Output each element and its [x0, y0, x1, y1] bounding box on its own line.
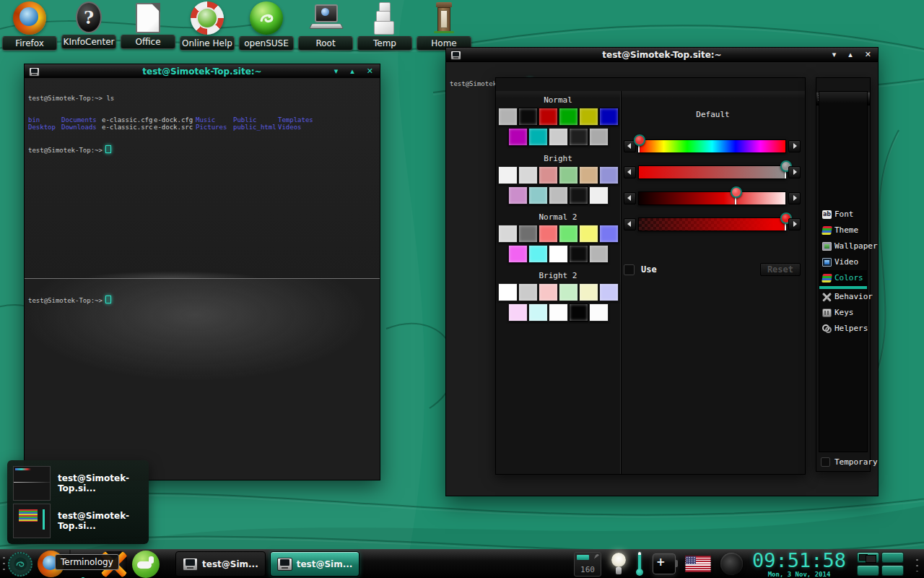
shade-down-button[interactable]: ▾ — [334, 64, 339, 79]
color-swatch[interactable] — [508, 245, 528, 263]
color-swatch[interactable] — [569, 186, 588, 204]
launcher-root[interactable]: Root — [297, 1, 354, 51]
launcher-firefox[interactable]: Firefox — [1, 1, 58, 51]
color-swatch[interactable] — [539, 108, 558, 126]
launcher-home[interactable]: Home — [416, 1, 472, 51]
mixer-knob[interactable] — [720, 553, 743, 575]
color-swatch[interactable] — [559, 108, 578, 126]
color-swatch[interactable] — [549, 186, 568, 204]
color-swatch[interactable] — [599, 166, 619, 184]
color-swatch[interactable] — [518, 108, 538, 126]
cpufreq-meter[interactable]: 160 — [574, 552, 601, 577]
slider-left-arrow[interactable] — [624, 166, 636, 178]
color-swatch[interactable] — [518, 166, 538, 184]
color-swatch[interactable] — [508, 303, 528, 322]
xterm-taskbar-icon[interactable] — [101, 551, 127, 577]
shelf-handle[interactable] — [2, 555, 6, 574]
color-swatch[interactable] — [589, 186, 609, 204]
firefox-taskbar-icon[interactable] — [38, 551, 64, 577]
pager-desk-2[interactable] — [881, 552, 904, 563]
launcher-kinfocenter[interactable]: ?KInfoCenter — [61, 1, 117, 49]
hue-slider-track[interactable] — [638, 139, 786, 153]
color-swatch[interactable] — [599, 283, 619, 301]
launcher-online-help[interactable]: Online Help — [179, 1, 235, 51]
color-swatch[interactable] — [539, 225, 558, 243]
color-swatch[interactable] — [589, 245, 609, 263]
terminal-pane-bottom[interactable]: test@Simotek-Top:~> — [25, 278, 380, 480]
color-swatch[interactable] — [508, 128, 528, 146]
slider-right-arrow[interactable] — [788, 140, 801, 152]
color-swatch[interactable] — [559, 225, 578, 243]
color-swatch[interactable] — [579, 225, 598, 243]
pager-desk-3[interactable] — [857, 565, 879, 576]
color-swatch[interactable] — [599, 108, 619, 126]
settings-window-titlebar[interactable]: test@Simotek-Top.site:~ ▾ ▴ ✕ — [446, 48, 878, 63]
options-item-video[interactable]: Video — [819, 254, 867, 270]
color-swatch[interactable] — [508, 186, 528, 204]
color-swatch[interactable] — [528, 186, 548, 204]
start-menu-button[interactable] — [8, 552, 32, 577]
options-item-wallpaper[interactable]: Wallpaper — [819, 238, 867, 254]
color-swatch[interactable] — [559, 166, 578, 184]
color-swatch[interactable] — [589, 303, 609, 322]
terminology-taskbar-icon[interactable] — [69, 551, 96, 577]
color-swatch[interactable] — [498, 283, 518, 301]
color-swatch[interactable] — [528, 245, 548, 263]
lightness-slider-track[interactable] — [638, 191, 786, 205]
color-swatch[interactable] — [539, 283, 558, 301]
options-item-colors[interactable]: Colors — [819, 270, 867, 289]
close-button[interactable]: ✕ — [367, 64, 373, 79]
color-swatch[interactable] — [549, 245, 568, 263]
taskbar-window-button[interactable]: test@Sim... — [175, 551, 266, 577]
slider-right-arrow[interactable] — [788, 192, 801, 204]
saturation-slider-track[interactable] — [638, 165, 786, 179]
slider-right-arrow[interactable] — [788, 166, 801, 178]
color-swatch[interactable] — [549, 128, 568, 146]
color-swatch[interactable] — [498, 166, 518, 184]
shade-down-button[interactable]: ▾ — [832, 48, 837, 62]
clock[interactable]: 09:51:58 Mon, 3 Nov, 2014 — [752, 551, 846, 578]
shelf-handle[interactable] — [915, 557, 919, 571]
slider-right-arrow[interactable] — [788, 218, 801, 230]
color-swatch[interactable] — [579, 166, 598, 184]
close-button[interactable]: ✕ — [865, 48, 871, 62]
color-swatch[interactable] — [579, 108, 598, 126]
slider-left-arrow[interactable] — [624, 192, 636, 204]
launcher-office[interactable]: Office — [120, 1, 176, 49]
launcher-opensuse[interactable]: openSUSE — [238, 1, 295, 51]
color-swatch[interactable] — [569, 245, 588, 263]
temperature-icon[interactable] — [636, 552, 643, 576]
settings-terminal-area[interactable]: test@Simotek-Top:~> Colors NormalBrightN… — [446, 62, 878, 496]
color-swatch[interactable] — [539, 166, 558, 184]
color-swatch[interactable] — [498, 108, 518, 126]
hue-slider-knob[interactable] — [634, 134, 645, 146]
color-swatch[interactable] — [528, 128, 548, 146]
app-taskbar-icon[interactable] — [132, 551, 160, 578]
color-swatch[interactable] — [518, 225, 538, 243]
window-preview-item[interactable]: test@Simotek-Top.si... — [13, 503, 143, 539]
battery-icon[interactable] — [653, 553, 676, 574]
shade-up-button[interactable]: ▴ — [848, 48, 853, 62]
color-swatch[interactable] — [518, 283, 538, 301]
terminal-pane-top[interactable]: test@Simotek-Top:~> ls binDocumentse-cla… — [25, 78, 380, 278]
options-item-helpers[interactable]: Helpers — [819, 321, 867, 337]
backlight-bulb-icon[interactable] — [611, 553, 627, 575]
color-swatch[interactable] — [579, 283, 598, 301]
taskbar-window-button[interactable]: test@Sim... — [270, 551, 360, 577]
use-checkbox[interactable] — [624, 264, 635, 275]
terminal-window-titlebar[interactable]: test@Simotek-Top.site:~ ▾ ▴ ✕ — [25, 64, 380, 79]
color-swatch[interactable] — [549, 303, 568, 322]
options-item-theme[interactable]: Theme — [819, 223, 867, 238]
slider-left-arrow[interactable] — [624, 218, 636, 230]
options-item-font[interactable]: abFont — [819, 207, 867, 223]
pager-desk-4[interactable] — [881, 565, 904, 576]
color-swatch[interactable] — [569, 303, 588, 322]
options-item-keys[interactable]: Keys — [819, 305, 867, 321]
pager-desk-1[interactable] — [857, 552, 879, 563]
window-preview-item[interactable]: test@Simotek-Top.si... — [13, 465, 143, 501]
launcher-temp[interactable]: Temp — [357, 1, 413, 51]
color-swatch[interactable] — [569, 128, 588, 146]
lightness-slider-knob[interactable] — [731, 186, 742, 198]
color-swatch[interactable] — [559, 283, 578, 301]
temporary-checkbox[interactable] — [821, 457, 830, 467]
